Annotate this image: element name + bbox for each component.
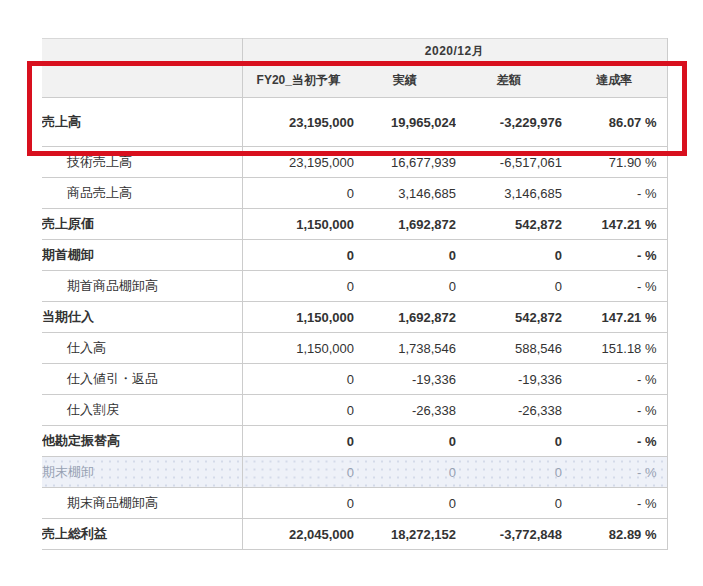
cell-value: 0 (242, 426, 354, 457)
cell-value: - % (562, 457, 667, 488)
cell-value: - % (562, 364, 667, 395)
table-row: 仕入高1,150,0001,738,546588,546151.18 % (42, 333, 667, 364)
cell-value: 0 (354, 457, 456, 488)
cell-value: -19,336 (456, 364, 562, 395)
cell-value: -26,338 (354, 395, 456, 426)
corner-cell-2 (42, 64, 242, 98)
row-label: 仕入高 (42, 333, 242, 364)
cell-value: 19,965,024 (354, 98, 456, 147)
cell-value: 1,150,000 (242, 209, 354, 240)
corner-cell (42, 39, 242, 64)
table-row: 他勘定振替高000- % (42, 426, 667, 457)
cell-value: - % (562, 395, 667, 426)
row-label: 売上原価 (42, 209, 242, 240)
cell-value: 588,546 (456, 333, 562, 364)
cell-value: 3,146,685 (354, 178, 456, 209)
row-label: 技術売上高 (42, 147, 242, 178)
column-header-4: 達成率 (562, 64, 667, 98)
row-label: 期首商品棚卸高 (42, 271, 242, 302)
cell-value: 0 (242, 364, 354, 395)
column-header-row: FY20_当初予算実績差額達成率 (42, 64, 667, 98)
cell-value: - % (562, 271, 667, 302)
cell-value: - % (562, 426, 667, 457)
cell-value: - % (562, 240, 667, 271)
cell-value: -3,229,976 (456, 98, 562, 147)
cell-value: 1,150,000 (242, 302, 354, 333)
cell-value: 0 (242, 488, 354, 519)
cell-value: 82.89 % (562, 519, 667, 550)
cell-value: 0 (242, 457, 354, 488)
cell-value: 86.07 % (562, 98, 667, 147)
column-header-3: 差額 (456, 64, 562, 98)
row-label: 売上総利益 (42, 519, 242, 550)
cell-value: 0 (456, 271, 562, 302)
cell-value: 0 (242, 395, 354, 426)
cell-value: -26,338 (456, 395, 562, 426)
row-label: 仕入割戻 (42, 395, 242, 426)
cell-value: -19,336 (354, 364, 456, 395)
cell-value: - % (562, 178, 667, 209)
row-label: 他勘定振替高 (42, 426, 242, 457)
cell-value: - % (562, 488, 667, 519)
cell-value: 0 (456, 240, 562, 271)
cell-value: 0 (456, 488, 562, 519)
cell-value: 0 (354, 240, 456, 271)
cell-value: 147.21 % (562, 209, 667, 240)
cell-value: 542,872 (456, 209, 562, 240)
row-label: 期末棚卸 (42, 457, 242, 488)
table-row: 期末棚卸000- % (42, 457, 667, 488)
table-row: 期首棚卸000- % (42, 240, 667, 271)
table-row: 当期仕入1,150,0001,692,872542,872147.21 % (42, 302, 667, 333)
table-row: 売上高23,195,00019,965,024-3,229,97686.07 % (42, 98, 667, 147)
table-row: 期首商品棚卸高000- % (42, 271, 667, 302)
cell-value: -6,517,061 (456, 147, 562, 178)
cell-value: 151.18 % (562, 333, 667, 364)
cell-value: 0 (242, 240, 354, 271)
cell-value: -3,772,848 (456, 519, 562, 550)
cell-value: 0 (242, 178, 354, 209)
cell-value: 0 (456, 457, 562, 488)
cell-value: 1,738,546 (354, 333, 456, 364)
cell-value: 0 (242, 271, 354, 302)
cell-value: 18,272,152 (354, 519, 456, 550)
period-header-row: 2020/12月 (42, 39, 667, 64)
cell-value: 1,150,000 (242, 333, 354, 364)
cell-value: 1,692,872 (354, 302, 456, 333)
column-header-1: FY20_当初予算 (242, 64, 354, 98)
cell-value: 147.21 % (562, 302, 667, 333)
cell-value: 71.90 % (562, 147, 667, 178)
budget-actual-table: 2020/12月 FY20_当初予算実績差額達成率 売上高23,195,0001… (42, 38, 668, 550)
cell-value: 16,677,939 (354, 147, 456, 178)
budget-report-page: 2020/12月 FY20_当初予算実績差額達成率 売上高23,195,0001… (0, 0, 703, 586)
row-label: 期末商品棚卸高 (42, 488, 242, 519)
table-row: 売上原価1,150,0001,692,872542,872147.21 % (42, 209, 667, 240)
cell-value: 3,146,685 (456, 178, 562, 209)
table-row: 商品売上高03,146,6853,146,685- % (42, 178, 667, 209)
column-header-2: 実績 (354, 64, 456, 98)
cell-value: 0 (456, 426, 562, 457)
table-row: 技術売上高23,195,00016,677,939-6,517,06171.90… (42, 147, 667, 178)
cell-value: 23,195,000 (242, 147, 354, 178)
row-label: 売上高 (42, 98, 242, 147)
period-header: 2020/12月 (242, 39, 667, 64)
cell-value: 23,195,000 (242, 98, 354, 147)
row-label: 当期仕入 (42, 302, 242, 333)
cell-value: 22,045,000 (242, 519, 354, 550)
cell-value: 0 (354, 271, 456, 302)
row-label: 商品売上高 (42, 178, 242, 209)
table-row: 仕入割戻0-26,338-26,338- % (42, 395, 667, 426)
table-row: 仕入値引・返品0-19,336-19,336- % (42, 364, 667, 395)
cell-value: 542,872 (456, 302, 562, 333)
cell-value: 0 (354, 426, 456, 457)
row-label: 仕入値引・返品 (42, 364, 242, 395)
table-row: 期末商品棚卸高000- % (42, 488, 667, 519)
cell-value: 1,692,872 (354, 209, 456, 240)
table-row: 売上総利益22,045,00018,272,152-3,772,84882.89… (42, 519, 667, 550)
cell-value: 0 (354, 488, 456, 519)
row-label: 期首棚卸 (42, 240, 242, 271)
